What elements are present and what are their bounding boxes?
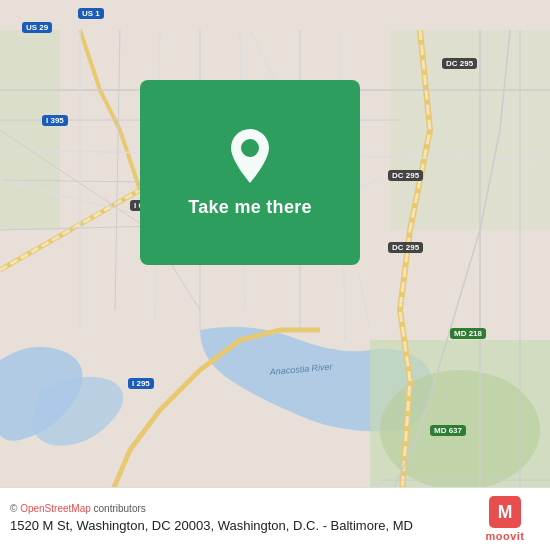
svg-text:M: M bbox=[498, 502, 513, 522]
osm-contributors: contributors bbox=[94, 503, 146, 514]
badge-dc295c: DC 295 bbox=[388, 242, 423, 253]
badge-i295: I 295 bbox=[128, 378, 154, 389]
osm-link[interactable]: OpenStreetMap bbox=[20, 503, 93, 514]
moovit-icon: M bbox=[489, 496, 521, 528]
badge-md218: MD 218 bbox=[450, 328, 486, 339]
take-me-there-button[interactable]: Take me there bbox=[140, 80, 360, 265]
map-pin-icon bbox=[226, 127, 274, 185]
svg-point-21 bbox=[241, 139, 259, 157]
map-container: Anacostia River US 29 I 395 I 695 DC 295… bbox=[0, 0, 550, 550]
badge-i395: I 395 bbox=[42, 115, 68, 126]
badge-dc295a: DC 295 bbox=[442, 58, 477, 69]
bottom-bar-text: © OpenStreetMap contributors 1520 M St, … bbox=[10, 503, 413, 535]
badge-us1: US 1 bbox=[78, 8, 104, 19]
svg-rect-3 bbox=[0, 30, 60, 230]
osm-copyright: © bbox=[10, 503, 20, 514]
address-text: 1520 M St, Washington, DC 20003, Washing… bbox=[10, 517, 413, 535]
badge-md637: MD 637 bbox=[430, 425, 466, 436]
moovit-label: moovit bbox=[485, 530, 524, 542]
osm-link-text: OpenStreetMap bbox=[20, 503, 91, 514]
bottom-bar: © OpenStreetMap contributors 1520 M St, … bbox=[0, 487, 550, 550]
osm-attribution: © OpenStreetMap contributors bbox=[10, 503, 413, 514]
badge-dc295b: DC 295 bbox=[388, 170, 423, 181]
badge-us29: US 29 bbox=[22, 22, 52, 33]
take-me-there-label: Take me there bbox=[188, 197, 312, 218]
moovit-logo: M moovit bbox=[470, 496, 540, 542]
